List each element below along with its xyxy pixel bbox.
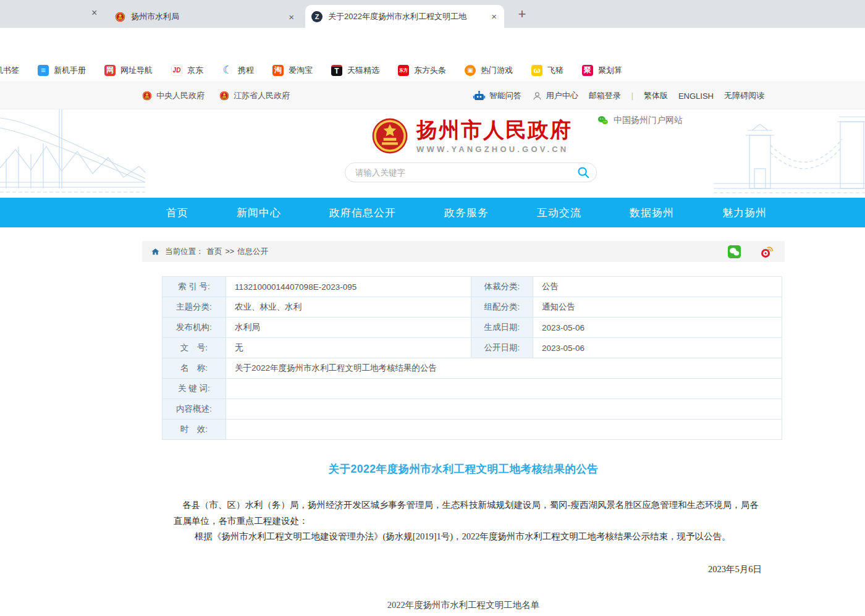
info-label: 文 号: <box>162 338 226 358</box>
tmall-icon: T <box>331 65 342 76</box>
juhuasuan-icon: 聚 <box>582 65 593 76</box>
site-search <box>345 162 597 182</box>
tab-title: 扬州市水利局 <box>131 11 282 22</box>
link-traditional-chinese[interactable]: 繁体版 <box>644 90 668 101</box>
gov-top-bar: 中央人民政府 江苏省人民政府 智能问答 用户中心 邮箱登录 | 繁体版 <box>0 82 865 109</box>
bookmark-hot-games[interactable]: ▣ 热门游戏 <box>465 65 513 76</box>
ctrip-dolphin-icon: ☾ <box>222 65 233 76</box>
close-tab-icon[interactable]: × <box>91 7 97 19</box>
info-value-index-number: 11321000014407098E-2023-095 <box>226 277 471 297</box>
link-english[interactable]: ENGLISH <box>678 91 714 101</box>
bookmark-ctrip[interactable]: ☾ 携程 <box>222 65 254 76</box>
info-value-keywords <box>226 379 782 399</box>
close-tab-icon[interactable]: × <box>490 11 498 22</box>
nav-item-data[interactable]: 数据扬州 <box>630 206 674 220</box>
nav-item-info-disclosure[interactable]: 政府信息公开 <box>329 206 396 220</box>
address-bar: 不安全 yangzhou.gov.cn/yzszxxgk/slj/202305/… <box>0 28 865 59</box>
search-icon[interactable] <box>576 166 590 179</box>
bookmark-url-nav[interactable]: 网 网址导航 <box>104 65 153 76</box>
link-jiangsu-gov[interactable]: 江苏省人民政府 <box>219 90 290 101</box>
tab-title: 关于2022年度扬州市水利工程文明工地 <box>328 11 484 22</box>
bookmark-label: 天猫精选 <box>347 65 379 76</box>
bookmark-fliggy[interactable]: ω 飞猪 <box>531 65 563 76</box>
article-title: 关于2022年度扬州市水利工程文明工地考核结果的公告 <box>142 462 785 476</box>
link-label: 智能问答 <box>489 90 521 101</box>
bookmark-jd[interactable]: JD 京东 <box>171 65 203 76</box>
bookmark-aitaobao[interactable]: 淘 爱淘宝 <box>272 65 313 76</box>
home-icon[interactable] <box>151 247 160 256</box>
info-label: 关 键 词: <box>162 379 226 399</box>
manual-icon: ≡ <box>38 65 49 76</box>
bridge-artwork-right <box>714 109 865 198</box>
site-header: 扬州市人民政府 WWW.YANGZHOU.GOV.CN 中国扬州门户网站 <box>0 109 865 198</box>
bookmark-label: 京东 <box>187 65 203 76</box>
bookmark-mobile-bookmarks[interactable]: 机书签 <box>0 65 19 76</box>
wechat-icon <box>597 114 609 126</box>
tab-yangzhou-water-bureau[interactable]: 扬州市水利局 × <box>109 6 302 28</box>
site-logo[interactable]: 扬州市人民政府 WWW.YANGZHOU.GOV.CN <box>371 117 572 155</box>
weibo-share-icon[interactable] <box>759 245 774 259</box>
article-paragraph: 根据《扬州市水利工程文明工地建设管理办法》(扬水规[2019]1号)，2022年… <box>174 528 762 544</box>
portal-badge[interactable]: 中国扬州门户网站 <box>597 114 683 126</box>
bookmark-xinji-manual[interactable]: ≡ 新机手册 <box>38 65 86 76</box>
gov-emblem-icon <box>142 91 152 101</box>
nav-item-news[interactable]: 新闻中心 <box>237 206 281 220</box>
nav-item-charm[interactable]: 魅力扬州 <box>722 206 767 220</box>
site-url-text: WWW.YANGZHOU.GOV.CN <box>416 145 572 154</box>
breadcrumb-home-link[interactable]: 首页 <box>207 247 222 257</box>
browser-window: × 扬州市水利局 × Z 关于2022年度扬州市水利工程文明工地 × + 不安全… <box>0 0 865 616</box>
info-label: 内容概述: <box>162 399 226 420</box>
info-value-topic: 农业、林业、水利 <box>226 297 471 318</box>
bookmark-label: 东方头条 <box>414 65 446 76</box>
article-paragraph: 各县（市、区）水利（务）局，扬州经济开发区城乡事务管理局，生态科技新城规划建设局… <box>174 497 762 529</box>
link-mail-login[interactable]: 邮箱登录 <box>589 90 621 101</box>
page-content: 当前位置： 首页 >> 信息公开 索 引 号: 1132100001440709… <box>0 227 865 616</box>
link-user-center[interactable]: 用户中心 <box>532 90 578 101</box>
info-value-title: 关于2022年度扬州市水利工程文明工地考核结果的公告 <box>226 358 782 379</box>
tab-strip: × 扬州市水利局 × Z 关于2022年度扬州市水利工程文明工地 × + <box>0 0 865 28</box>
close-tab-icon[interactable]: × <box>287 12 295 22</box>
bookmark-label: 新机手册 <box>54 65 86 76</box>
breadcrumb-section-link[interactable]: 信息公开 <box>237 247 268 257</box>
bookmark-eastday[interactable]: 东方 东方头条 <box>398 65 446 76</box>
bookmark-label: 携程 <box>238 65 254 76</box>
search-input[interactable] <box>355 168 576 177</box>
nav-item-interaction[interactable]: 互动交流 <box>537 206 581 220</box>
breadcrumb-prefix: 当前位置： <box>165 247 204 257</box>
breadcrumb-separator: >> <box>226 247 235 256</box>
portal-label: 中国扬州门户网站 <box>614 115 683 126</box>
info-label: 索 引 号: <box>162 277 226 297</box>
bookmark-juhuasuan[interactable]: 聚 聚划算 <box>582 65 622 76</box>
info-label: 组配分类: <box>471 297 533 318</box>
eastday-icon: 东方 <box>398 65 409 76</box>
nav-item-services[interactable]: 政务服务 <box>444 206 489 220</box>
game-icon: ▣ <box>465 65 476 76</box>
info-label: 名 称: <box>162 358 226 379</box>
link-accessibility[interactable]: 无障碍阅读 <box>724 90 764 101</box>
info-label: 主题分类: <box>162 297 226 318</box>
tab-active-announcement[interactable]: Z 关于2022年度扬州市水利工程文明工地 × <box>305 5 504 28</box>
bookmark-label: 热门游戏 <box>481 65 513 76</box>
breadcrumb: 当前位置： 首页 >> 信息公开 <box>142 241 785 262</box>
bookmark-label: 飞猪 <box>547 65 563 76</box>
info-label: 生成日期: <box>471 318 533 338</box>
bookmark-tmall[interactable]: T 天猫精选 <box>331 65 379 76</box>
link-label: 用户中心 <box>546 90 578 101</box>
link-smart-qa[interactable]: 智能问答 <box>473 90 521 103</box>
main-navigation: 首页 新闻中心 政府信息公开 政务服务 互动交流 数据扬州 魅力扬州 <box>0 198 865 227</box>
new-tab-button[interactable]: + <box>514 6 530 22</box>
taobao-icon: 淘 <box>272 65 284 76</box>
link-central-gov[interactable]: 中央人民政府 <box>142 90 205 101</box>
bookmark-label: 聚划算 <box>598 65 622 76</box>
site-favicon: Z <box>311 11 323 22</box>
wechat-share-icon[interactable] <box>727 245 741 259</box>
info-value-publish-date: 2023-05-06 <box>533 338 782 358</box>
nav-item-home[interactable]: 首页 <box>166 206 188 220</box>
robot-icon <box>473 90 486 103</box>
info-value-category: 通知公告 <box>533 297 782 318</box>
info-value-created-date: 2023-05-06 <box>533 318 782 338</box>
info-label: 公开日期: <box>471 338 533 358</box>
info-value-validity <box>226 420 782 440</box>
bookmark-label: 机书签 <box>0 65 19 76</box>
link-label: 中央人民政府 <box>156 90 205 101</box>
